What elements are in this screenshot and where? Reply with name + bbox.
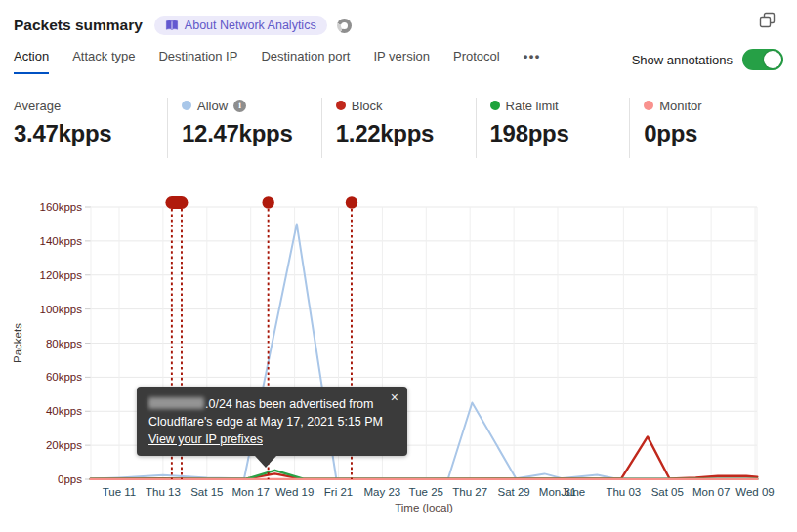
stat-allow: Allowi12.47kpps xyxy=(167,98,321,158)
stat-label: Rate limit xyxy=(506,99,559,113)
x-tick-label: Fri 21 xyxy=(324,486,353,498)
tabs-more-button[interactable]: ••• xyxy=(524,49,541,74)
packets-chart: 0pps20kpps40kpps60kpps80kpps100kpps120kp… xyxy=(0,185,797,527)
y-tick-label: 0pps xyxy=(58,473,82,485)
x-tick-label: Sat 15 xyxy=(190,486,223,498)
tab-protocol[interactable]: Protocol xyxy=(453,49,500,74)
tab-destination-port[interactable]: Destination port xyxy=(261,49,350,74)
tab-action[interactable]: Action xyxy=(14,49,49,74)
y-tick-label: 160kpps xyxy=(40,201,83,213)
x-tick-label: Wed 09 xyxy=(735,486,774,498)
y-tick-label: 60kpps xyxy=(46,371,82,383)
stat-label: Average xyxy=(14,99,61,113)
stats-row: Average3.47kppsAllowi12.47kppsBlock1.22k… xyxy=(14,98,783,158)
x-tick-label: Tue 25 xyxy=(409,486,443,498)
x-tick-label: May 23 xyxy=(364,486,401,498)
tabs-row: ActionAttack typeDestination IPDestinati… xyxy=(14,49,783,78)
x-tick-label: Tue 11 xyxy=(103,486,137,498)
tooltip-caret xyxy=(255,456,276,468)
stat-monitor: Monitor0pps xyxy=(629,98,783,158)
show-annotations-label: Show annotations xyxy=(632,53,733,67)
x-tick-label: Sat 05 xyxy=(651,486,684,498)
y-tick-label: 80kpps xyxy=(46,338,82,349)
tab-destination-ip[interactable]: Destination IP xyxy=(158,49,237,74)
annotations-control: Show annotations xyxy=(632,49,783,70)
page-title: Packets summary xyxy=(14,17,143,34)
y-tick-label: 140kpps xyxy=(40,235,83,247)
y-tick-label: 100kpps xyxy=(40,304,83,315)
view-ip-prefixes-link[interactable]: View your IP prefixes xyxy=(148,432,263,446)
tooltip-line2: Cloudflare's edge at May 17, 2021 5:15 P… xyxy=(148,413,396,430)
tooltip-line1: .0/24 has been advertised from xyxy=(148,395,396,413)
stat-label: Allow xyxy=(197,99,228,113)
x-month-label: June xyxy=(561,486,585,498)
x-tick-label: Thu 27 xyxy=(452,486,487,498)
book-icon xyxy=(165,20,179,31)
stat-average: Average3.47kpps xyxy=(14,98,167,158)
series-color-dot xyxy=(336,101,346,110)
tab-attack-type[interactable]: Attack type xyxy=(72,49,135,74)
stat-value: 3.47kpps xyxy=(14,120,157,147)
about-badge-label: About Network Analytics xyxy=(185,19,316,32)
tab-ip-version[interactable]: IP version xyxy=(373,49,430,74)
x-tick-label: Sat 29 xyxy=(497,486,529,498)
tooltip-close-icon[interactable]: × xyxy=(391,390,398,404)
annotation-marker-pill[interactable] xyxy=(165,196,188,209)
toggle-knob xyxy=(764,51,781,68)
stat-rate-limit: Rate limit198pps xyxy=(476,98,630,158)
x-tick-label: Mon 17 xyxy=(232,486,270,498)
progress-circle-icon[interactable] xyxy=(337,19,352,33)
annotation-marker-dot[interactable] xyxy=(262,196,273,208)
series-color-dot xyxy=(644,101,653,110)
y-tick-label: 120kpps xyxy=(40,269,83,281)
stat-value: 198pps xyxy=(490,120,620,147)
stat-block: Block1.22kpps xyxy=(321,98,476,158)
about-network-analytics-badge[interactable]: About Network Analytics xyxy=(154,16,327,35)
header: Packets summary About Network Analytics xyxy=(14,12,783,39)
x-tick-label: Thu 13 xyxy=(146,486,181,498)
annotation-marker-dot[interactable] xyxy=(346,196,357,208)
tab-list: ActionAttack typeDestination IPDestinati… xyxy=(14,49,541,74)
stat-value: 1.22kpps xyxy=(336,120,466,147)
copy-panel-icon[interactable] xyxy=(759,12,776,32)
network-analytics-panel: Packets summary About Network Analytics … xyxy=(0,0,797,532)
annotation-tooltip: × .0/24 has been advertised from Cloudfl… xyxy=(137,387,407,456)
x-axis-title: Time (local) xyxy=(395,502,453,513)
stat-value: 0pps xyxy=(644,120,774,147)
y-tick-label: 20kpps xyxy=(46,439,82,451)
y-tick-label: 40kpps xyxy=(46,405,82,417)
stat-label: Block xyxy=(352,99,383,113)
x-tick-label: Mon 07 xyxy=(692,486,730,498)
x-tick-label: Thu 03 xyxy=(606,486,641,498)
series-color-dot xyxy=(490,101,500,110)
show-annotations-toggle[interactable] xyxy=(742,49,783,70)
stat-value: 12.47kpps xyxy=(182,120,312,147)
x-tick-label: Wed 19 xyxy=(275,486,314,498)
series-color-dot xyxy=(182,101,191,110)
stat-label: Monitor xyxy=(659,99,701,113)
redacted-ip-prefix xyxy=(148,397,204,409)
info-icon[interactable]: i xyxy=(233,100,246,112)
y-axis-title: Packets xyxy=(12,323,23,363)
